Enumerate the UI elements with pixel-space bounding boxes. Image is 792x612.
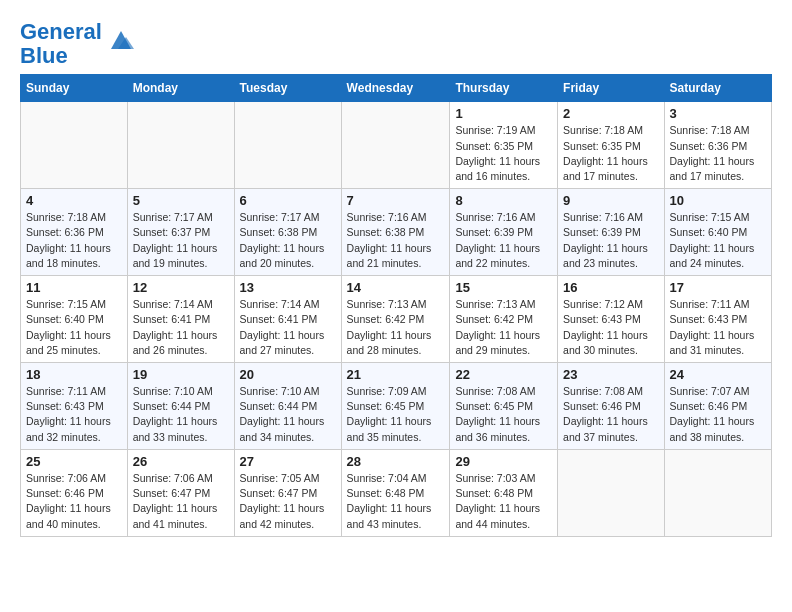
day-info: Sunrise: 7:16 AM Sunset: 6:38 PM Dayligh… — [347, 210, 445, 271]
calendar-cell — [558, 449, 664, 536]
day-info: Sunrise: 7:18 AM Sunset: 6:36 PM Dayligh… — [26, 210, 122, 271]
day-number: 1 — [455, 106, 552, 121]
calendar-cell: 14Sunrise: 7:13 AM Sunset: 6:42 PM Dayli… — [341, 276, 450, 363]
day-info: Sunrise: 7:15 AM Sunset: 6:40 PM Dayligh… — [670, 210, 766, 271]
day-number: 29 — [455, 454, 552, 469]
day-number: 19 — [133, 367, 229, 382]
day-number: 6 — [240, 193, 336, 208]
day-number: 18 — [26, 367, 122, 382]
day-info: Sunrise: 7:11 AM Sunset: 6:43 PM Dayligh… — [670, 297, 766, 358]
day-info: Sunrise: 7:08 AM Sunset: 6:45 PM Dayligh… — [455, 384, 552, 445]
day-number: 16 — [563, 280, 658, 295]
calendar-cell — [234, 102, 341, 189]
day-info: Sunrise: 7:13 AM Sunset: 6:42 PM Dayligh… — [347, 297, 445, 358]
calendar-cell: 22Sunrise: 7:08 AM Sunset: 6:45 PM Dayli… — [450, 363, 558, 450]
calendar-cell: 1Sunrise: 7:19 AM Sunset: 6:35 PM Daylig… — [450, 102, 558, 189]
calendar-cell: 26Sunrise: 7:06 AM Sunset: 6:47 PM Dayli… — [127, 449, 234, 536]
day-info: Sunrise: 7:17 AM Sunset: 6:38 PM Dayligh… — [240, 210, 336, 271]
calendar-cell: 19Sunrise: 7:10 AM Sunset: 6:44 PM Dayli… — [127, 363, 234, 450]
calendar-cell: 5Sunrise: 7:17 AM Sunset: 6:37 PM Daylig… — [127, 189, 234, 276]
day-number: 26 — [133, 454, 229, 469]
logo-blue: Blue — [20, 43, 68, 68]
logo-icon — [106, 27, 136, 53]
day-info: Sunrise: 7:06 AM Sunset: 6:47 PM Dayligh… — [133, 471, 229, 532]
calendar-cell — [664, 449, 771, 536]
day-info: Sunrise: 7:16 AM Sunset: 6:39 PM Dayligh… — [563, 210, 658, 271]
day-info: Sunrise: 7:17 AM Sunset: 6:37 PM Dayligh… — [133, 210, 229, 271]
day-number: 25 — [26, 454, 122, 469]
day-info: Sunrise: 7:09 AM Sunset: 6:45 PM Dayligh… — [347, 384, 445, 445]
calendar-cell — [341, 102, 450, 189]
calendar-cell: 24Sunrise: 7:07 AM Sunset: 6:46 PM Dayli… — [664, 363, 771, 450]
day-number: 7 — [347, 193, 445, 208]
calendar-cell: 9Sunrise: 7:16 AM Sunset: 6:39 PM Daylig… — [558, 189, 664, 276]
day-number: 11 — [26, 280, 122, 295]
day-number: 8 — [455, 193, 552, 208]
day-number: 21 — [347, 367, 445, 382]
logo-text: General Blue — [20, 20, 102, 68]
day-info: Sunrise: 7:18 AM Sunset: 6:36 PM Dayligh… — [670, 123, 766, 184]
calendar-cell: 15Sunrise: 7:13 AM Sunset: 6:42 PM Dayli… — [450, 276, 558, 363]
day-info: Sunrise: 7:07 AM Sunset: 6:46 PM Dayligh… — [670, 384, 766, 445]
day-number: 4 — [26, 193, 122, 208]
day-number: 27 — [240, 454, 336, 469]
calendar-cell: 17Sunrise: 7:11 AM Sunset: 6:43 PM Dayli… — [664, 276, 771, 363]
day-number: 24 — [670, 367, 766, 382]
day-number: 23 — [563, 367, 658, 382]
day-number: 12 — [133, 280, 229, 295]
calendar-table: SundayMondayTuesdayWednesdayThursdayFrid… — [20, 74, 772, 536]
calendar-week-row: 4Sunrise: 7:18 AM Sunset: 6:36 PM Daylig… — [21, 189, 772, 276]
calendar-cell: 18Sunrise: 7:11 AM Sunset: 6:43 PM Dayli… — [21, 363, 128, 450]
calendar-cell — [127, 102, 234, 189]
calendar-week-row: 11Sunrise: 7:15 AM Sunset: 6:40 PM Dayli… — [21, 276, 772, 363]
day-of-week-header: Tuesday — [234, 75, 341, 102]
day-of-week-header: Saturday — [664, 75, 771, 102]
calendar-header-row: SundayMondayTuesdayWednesdayThursdayFrid… — [21, 75, 772, 102]
day-number: 28 — [347, 454, 445, 469]
day-of-week-header: Sunday — [21, 75, 128, 102]
day-info: Sunrise: 7:12 AM Sunset: 6:43 PM Dayligh… — [563, 297, 658, 358]
day-number: 22 — [455, 367, 552, 382]
day-of-week-header: Friday — [558, 75, 664, 102]
calendar-cell: 2Sunrise: 7:18 AM Sunset: 6:35 PM Daylig… — [558, 102, 664, 189]
calendar-week-row: 1Sunrise: 7:19 AM Sunset: 6:35 PM Daylig… — [21, 102, 772, 189]
calendar-cell: 29Sunrise: 7:03 AM Sunset: 6:48 PM Dayli… — [450, 449, 558, 536]
header: General Blue — [20, 16, 772, 68]
day-number: 9 — [563, 193, 658, 208]
day-number: 2 — [563, 106, 658, 121]
day-info: Sunrise: 7:14 AM Sunset: 6:41 PM Dayligh… — [133, 297, 229, 358]
day-info: Sunrise: 7:18 AM Sunset: 6:35 PM Dayligh… — [563, 123, 658, 184]
calendar-week-row: 18Sunrise: 7:11 AM Sunset: 6:43 PM Dayli… — [21, 363, 772, 450]
calendar-cell — [21, 102, 128, 189]
day-info: Sunrise: 7:10 AM Sunset: 6:44 PM Dayligh… — [240, 384, 336, 445]
calendar-cell: 4Sunrise: 7:18 AM Sunset: 6:36 PM Daylig… — [21, 189, 128, 276]
day-number: 17 — [670, 280, 766, 295]
day-info: Sunrise: 7:19 AM Sunset: 6:35 PM Dayligh… — [455, 123, 552, 184]
calendar-cell: 23Sunrise: 7:08 AM Sunset: 6:46 PM Dayli… — [558, 363, 664, 450]
calendar-cell: 21Sunrise: 7:09 AM Sunset: 6:45 PM Dayli… — [341, 363, 450, 450]
day-info: Sunrise: 7:10 AM Sunset: 6:44 PM Dayligh… — [133, 384, 229, 445]
calendar-cell: 28Sunrise: 7:04 AM Sunset: 6:48 PM Dayli… — [341, 449, 450, 536]
day-number: 10 — [670, 193, 766, 208]
logo-general: General — [20, 19, 102, 44]
calendar-cell: 7Sunrise: 7:16 AM Sunset: 6:38 PM Daylig… — [341, 189, 450, 276]
calendar-cell: 27Sunrise: 7:05 AM Sunset: 6:47 PM Dayli… — [234, 449, 341, 536]
day-of-week-header: Wednesday — [341, 75, 450, 102]
calendar-week-row: 25Sunrise: 7:06 AM Sunset: 6:46 PM Dayli… — [21, 449, 772, 536]
calendar-cell: 6Sunrise: 7:17 AM Sunset: 6:38 PM Daylig… — [234, 189, 341, 276]
day-number: 3 — [670, 106, 766, 121]
calendar-cell: 20Sunrise: 7:10 AM Sunset: 6:44 PM Dayli… — [234, 363, 341, 450]
day-info: Sunrise: 7:06 AM Sunset: 6:46 PM Dayligh… — [26, 471, 122, 532]
day-number: 5 — [133, 193, 229, 208]
day-info: Sunrise: 7:08 AM Sunset: 6:46 PM Dayligh… — [563, 384, 658, 445]
day-of-week-header: Monday — [127, 75, 234, 102]
calendar-cell: 8Sunrise: 7:16 AM Sunset: 6:39 PM Daylig… — [450, 189, 558, 276]
day-number: 15 — [455, 280, 552, 295]
calendar-cell: 12Sunrise: 7:14 AM Sunset: 6:41 PM Dayli… — [127, 276, 234, 363]
calendar-cell: 25Sunrise: 7:06 AM Sunset: 6:46 PM Dayli… — [21, 449, 128, 536]
day-info: Sunrise: 7:05 AM Sunset: 6:47 PM Dayligh… — [240, 471, 336, 532]
calendar-cell: 11Sunrise: 7:15 AM Sunset: 6:40 PM Dayli… — [21, 276, 128, 363]
calendar-cell: 3Sunrise: 7:18 AM Sunset: 6:36 PM Daylig… — [664, 102, 771, 189]
calendar-cell: 16Sunrise: 7:12 AM Sunset: 6:43 PM Dayli… — [558, 276, 664, 363]
day-number: 14 — [347, 280, 445, 295]
